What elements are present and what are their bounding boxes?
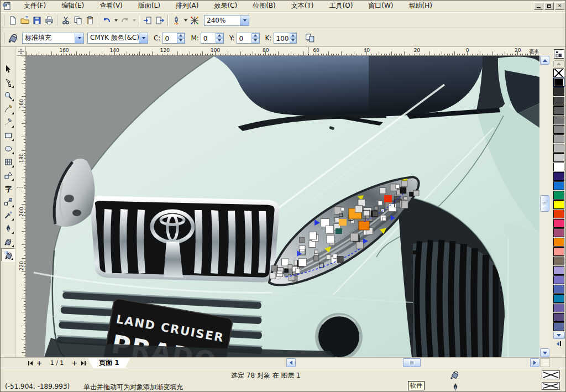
selection-handle[interactable] [382, 217, 386, 221]
shape-tool[interactable] [1, 76, 15, 89]
selection-handle[interactable] [335, 218, 339, 222]
selection-handle[interactable] [337, 257, 344, 263]
black-field[interactable]: 100 [274, 33, 297, 44]
palette-swatch-#ffff00[interactable] [553, 200, 564, 209]
menu-item-8[interactable]: 工具(O) [322, 1, 361, 11]
menu-item-7[interactable]: 文本(T) [284, 1, 322, 11]
export-button[interactable] [154, 14, 166, 27]
interactive-fill-tool[interactable] [1, 248, 15, 262]
selection-handle[interactable] [403, 197, 407, 200]
palette-swatch-#ffffff[interactable] [553, 163, 564, 171]
freehand-tool[interactable] [1, 102, 15, 116]
selection-handle[interactable] [314, 256, 319, 261]
basic-shapes-tool[interactable] [1, 169, 15, 182]
fill-type-combo[interactable]: 标准填充 [22, 33, 84, 44]
paste-button[interactable] [84, 14, 96, 27]
selection-handle[interactable] [363, 208, 371, 216]
palette-swatch-none[interactable] [553, 69, 564, 77]
palette-swatch-#b8b8b8[interactable] [553, 144, 564, 153]
zoom-tool[interactable] [1, 89, 15, 102]
selected-object-orange[interactable] [359, 221, 369, 230]
application-launcher-button[interactable] [170, 14, 182, 27]
magenta-spin-down[interactable] [216, 38, 223, 43]
interactive-blend-tool[interactable] [1, 195, 15, 208]
graph-paper-tool[interactable] [1, 155, 15, 169]
selection-handle[interactable] [351, 219, 355, 223]
print-button[interactable] [43, 14, 55, 27]
menu-item-10[interactable]: 帮助(H) [401, 1, 440, 11]
selection-handle[interactable] [380, 188, 386, 194]
selection-handle[interactable] [350, 233, 358, 241]
color-model-combo[interactable]: CMYK 颜色(&C) [87, 33, 148, 44]
undo-dropdown[interactable] [113, 14, 119, 27]
edge-selection-handle[interactable] [413, 250, 417, 254]
selection-handle[interactable] [326, 226, 333, 233]
selected-object-teal[interactable] [336, 228, 342, 234]
palette-swatch-#2b1c70[interactable] [553, 172, 564, 181]
palette-swatch-#e63c00[interactable] [553, 210, 564, 218]
redo-button[interactable] [119, 14, 131, 27]
edit-fill-button[interactable] [7, 32, 20, 45]
palette-swatch-#6f60a8[interactable] [553, 304, 564, 312]
selection-handle[interactable] [413, 190, 419, 196]
selection-handle[interactable] [298, 258, 307, 266]
propbar-grip[interactable] [3, 33, 4, 44]
palette-expand-button[interactable] [553, 340, 565, 347]
scroll-left-button[interactable] [286, 358, 296, 367]
zoom-level-combo[interactable]: 240% [204, 15, 249, 26]
menu-item-4[interactable]: 排列(A) [168, 1, 207, 11]
menu-item-0[interactable]: 文件(F) [16, 1, 54, 11]
cyan-spin-up[interactable] [177, 33, 185, 38]
palette-scroll-up-button[interactable] [553, 60, 565, 67]
palette-swatch-#f28600[interactable] [553, 238, 564, 247]
palette-swatch-#a89dd8[interactable] [553, 266, 564, 275]
selection-handle[interactable] [315, 250, 318, 253]
pick-tool[interactable] [1, 62, 15, 76]
fill-tool[interactable] [1, 235, 15, 248]
palette-swatch-#7c73c8[interactable] [553, 275, 564, 284]
menu-item-9[interactable]: 窗口(W) [360, 1, 401, 11]
magenta-field[interactable]: 0 [201, 33, 224, 44]
menu-item-3[interactable]: 版面(L) [130, 1, 168, 11]
new-document-button[interactable] [7, 14, 19, 27]
selected-object-red[interactable] [384, 195, 392, 202]
minimize-button[interactable] [534, 2, 543, 10]
fill-type-dropdown-button[interactable] [75, 33, 83, 43]
restore-button[interactable] [544, 2, 554, 10]
palette-swatch-#a1a1a1[interactable] [553, 134, 564, 143]
selection-handle[interactable] [381, 209, 384, 212]
palette-swatch-#737373[interactable] [553, 116, 564, 124]
cut-button[interactable] [60, 14, 72, 27]
palette-swatch-#0a7fb0[interactable] [553, 294, 564, 303]
outline-pen-tool[interactable] [1, 222, 15, 235]
selection-handle[interactable] [309, 232, 316, 239]
palette-swatch-#1473d2[interactable] [553, 181, 564, 190]
text-tool[interactable]: 字 [1, 182, 15, 195]
palette-swatch-#8a8a8a[interactable] [553, 125, 564, 134]
selection-handle[interactable] [378, 201, 382, 205]
palette-scroll-down-button[interactable] [553, 332, 565, 339]
toolbar-grip[interactable] [3, 15, 4, 26]
palette-swatch-#5a68a0[interactable] [553, 322, 564, 331]
redo-dropdown[interactable] [131, 14, 137, 27]
import-button[interactable] [142, 14, 154, 27]
menu-item-2[interactable]: 查看(V) [92, 1, 130, 11]
selection-handle[interactable] [300, 237, 305, 242]
rectangle-tool[interactable] [1, 129, 15, 142]
selection-handle[interactable] [295, 269, 300, 273]
selection-handle[interactable] [356, 242, 363, 249]
vertical-scroll-thumb[interactable] [540, 195, 549, 212]
zoom-dropdown-button[interactable] [240, 15, 249, 25]
yellow-field[interactable]: 0 [237, 33, 260, 44]
selection-handle[interactable] [341, 207, 344, 211]
selection-handle[interactable] [327, 236, 334, 243]
palette-swatch-#454545[interactable] [553, 97, 564, 106]
yellow-spin-up[interactable] [251, 33, 259, 38]
horizontal-ruler[interactable]: 毫米 16014012010080604020020 [26, 47, 539, 56]
selection-handle[interactable] [396, 185, 400, 189]
color-palette-menu-icon[interactable] [554, 49, 564, 59]
vertical-ruler[interactable]: 160180200220 [17, 56, 26, 357]
palette-swatch-#f02f70[interactable] [553, 219, 564, 228]
selection-handle[interactable] [374, 206, 378, 210]
save-button[interactable] [31, 14, 43, 27]
